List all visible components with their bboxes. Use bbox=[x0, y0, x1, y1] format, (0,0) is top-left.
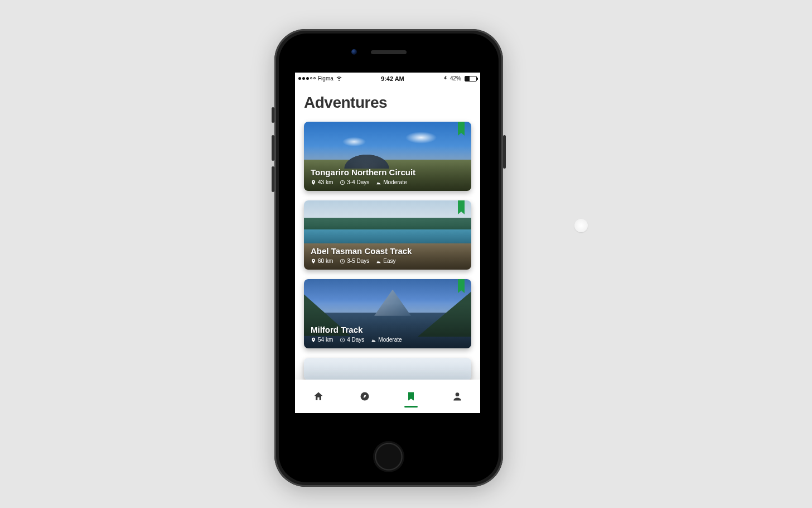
tab-home[interactable] bbox=[295, 380, 341, 413]
duration-label: 3-5 Days bbox=[347, 258, 369, 264]
carrier-label: Figma bbox=[318, 75, 334, 82]
mountain-icon bbox=[371, 337, 376, 343]
phone-bezel: Figma 9:42 AM 42% Ad bbox=[279, 33, 499, 482]
bookmark-icon[interactable] bbox=[458, 200, 465, 212]
bookmark-icon[interactable] bbox=[458, 279, 465, 290]
home-icon bbox=[313, 391, 324, 402]
duration-meta: 3-5 Days bbox=[340, 258, 369, 264]
volume-up-button bbox=[272, 135, 274, 161]
mountain-icon bbox=[376, 180, 381, 185]
clock-icon bbox=[340, 180, 345, 185]
difficulty-label: Moderate bbox=[378, 337, 402, 343]
distance-meta: 43 km bbox=[311, 179, 333, 185]
phone-screen: Figma 9:42 AM 42% Ad bbox=[295, 73, 480, 413]
clock-icon bbox=[340, 337, 345, 343]
svg-point-4 bbox=[455, 392, 459, 396]
content-area[interactable]: Adventures Tongariro Northern Circuit bbox=[295, 84, 480, 413]
card-title: Milford Track bbox=[311, 325, 465, 334]
card-title: Abel Tasman Coast Track bbox=[311, 246, 465, 256]
duration-meta: 3-4 Days bbox=[340, 179, 369, 185]
mute-switch bbox=[272, 107, 274, 123]
bookmark-icon[interactable] bbox=[458, 122, 465, 133]
card-title: Tongariro Northern Circuit bbox=[311, 167, 465, 177]
front-camera bbox=[351, 49, 357, 55]
difficulty-meta: Moderate bbox=[371, 337, 402, 343]
wifi-icon bbox=[336, 75, 342, 83]
power-button bbox=[503, 135, 506, 169]
adventure-card[interactable] bbox=[304, 358, 471, 380]
adventure-card[interactable]: Abel Tasman Coast Track 60 km 3-5 Days bbox=[304, 200, 471, 270]
cursor-indicator bbox=[574, 219, 588, 232]
battery-percent-label: 42% bbox=[450, 75, 461, 82]
card-meta: 43 km 3-4 Days Moderate bbox=[311, 179, 465, 185]
status-time: 9:42 AM bbox=[381, 75, 404, 82]
card-meta: 54 km 4 Days Moderate bbox=[311, 337, 465, 343]
card-info: Tongariro Northern Circuit 43 km 3-4 Day… bbox=[311, 167, 465, 185]
adventure-card[interactable]: Milford Track 54 km 4 Days bbox=[304, 279, 471, 348]
tab-explore[interactable] bbox=[341, 380, 388, 413]
status-left: Figma bbox=[298, 75, 342, 83]
tab-profile[interactable] bbox=[434, 380, 480, 413]
card-info: Milford Track 54 km 4 Days bbox=[311, 325, 465, 343]
distance-label: 54 km bbox=[318, 337, 333, 343]
bookmark-icon bbox=[405, 391, 417, 402]
duration-label: 4 Days bbox=[347, 337, 364, 343]
clock-icon bbox=[340, 258, 345, 264]
bottom-tab-bar bbox=[295, 380, 480, 413]
mountain-icon bbox=[376, 258, 381, 264]
card-image bbox=[304, 358, 471, 380]
distance-meta: 54 km bbox=[311, 337, 333, 343]
volume-down-button bbox=[272, 166, 274, 192]
status-right: 42% bbox=[443, 75, 477, 82]
pin-icon bbox=[311, 258, 316, 264]
battery-icon bbox=[465, 76, 477, 82]
difficulty-label: Easy bbox=[383, 258, 395, 264]
difficulty-label: Moderate bbox=[383, 179, 407, 185]
tab-bookmarks[interactable] bbox=[388, 380, 434, 413]
status-bar: Figma 9:42 AM 42% bbox=[295, 73, 480, 84]
pin-icon bbox=[311, 337, 316, 343]
distance-label: 43 km bbox=[318, 179, 333, 185]
distance-meta: 60 km bbox=[311, 258, 333, 264]
duration-label: 3-4 Days bbox=[347, 179, 369, 185]
difficulty-meta: Easy bbox=[376, 258, 395, 264]
card-info: Abel Tasman Coast Track 60 km 3-5 Days bbox=[311, 246, 465, 264]
bluetooth-icon bbox=[443, 75, 448, 82]
card-meta: 60 km 3-5 Days Easy bbox=[311, 258, 465, 264]
battery-fill bbox=[465, 76, 470, 81]
signal-strength-icon bbox=[298, 77, 316, 80]
difficulty-meta: Moderate bbox=[376, 179, 407, 185]
adventure-card-list: Tongariro Northern Circuit 43 km 3-4 Day… bbox=[304, 122, 471, 380]
page-title: Adventures bbox=[304, 94, 471, 112]
compass-icon bbox=[359, 391, 370, 402]
phone-device-frame: Figma 9:42 AM 42% Ad bbox=[274, 29, 503, 487]
adventure-card[interactable]: Tongariro Northern Circuit 43 km 3-4 Day… bbox=[304, 122, 471, 191]
earpiece-speaker bbox=[371, 50, 407, 54]
duration-meta: 4 Days bbox=[340, 337, 364, 343]
home-button[interactable] bbox=[373, 441, 404, 472]
pin-icon bbox=[311, 180, 316, 185]
person-icon bbox=[452, 391, 463, 402]
distance-label: 60 km bbox=[318, 258, 333, 264]
